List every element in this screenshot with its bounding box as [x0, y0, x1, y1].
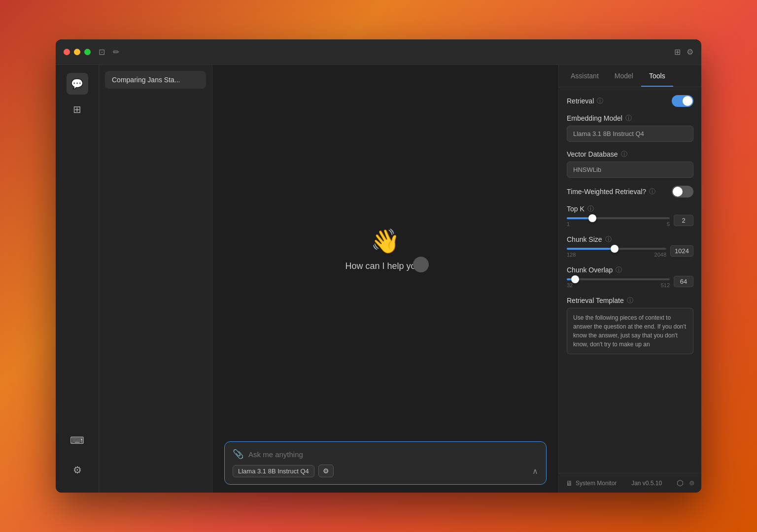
top-k-thumb[interactable]: [588, 214, 596, 222]
time-weighted-toggle[interactable]: [672, 186, 693, 198]
tab-model[interactable]: Model: [607, 65, 641, 87]
sidebar-toggle-icon[interactable]: ⊡: [99, 47, 105, 57]
settings-icon[interactable]: ⚙: [687, 47, 693, 57]
chat-item-title: Comparing Jans Sta...: [112, 76, 180, 84]
layout-icon[interactable]: ⊞: [674, 47, 681, 57]
sidebar-item-chat[interactable]: 💬: [67, 73, 88, 95]
chunk-size-thumb[interactable]: [611, 245, 619, 253]
tab-tools[interactable]: Tools: [641, 65, 673, 87]
panel-body: Retrieval ⓘ Embedding Model ⓘ Llama 3.1 …: [559, 87, 701, 473]
chunk-size-value[interactable]: 1024: [670, 245, 693, 257]
compose-icon[interactable]: ✏: [113, 47, 119, 57]
traffic-lights: [64, 49, 91, 55]
chunk-overlap-thumb[interactable]: [571, 275, 579, 283]
retrieval-row: Retrieval ⓘ: [567, 95, 693, 107]
chunk-overlap-value[interactable]: 64: [674, 276, 693, 287]
sidebar-item-terminal[interactable]: ⌨: [67, 430, 88, 451]
toggle-knob: [683, 96, 692, 106]
embedding-info-icon[interactable]: ⓘ: [625, 114, 632, 123]
top-k-labels: 1 5: [567, 221, 670, 227]
chunk-size-track: [567, 248, 666, 250]
toggle-knob-2: [673, 187, 683, 197]
chunk-size-section: Chunk Size ⓘ 128 2048: [567, 235, 693, 258]
embedding-model-label: Embedding Model ⓘ: [567, 114, 693, 123]
chunk-size-info-icon[interactable]: ⓘ: [605, 235, 612, 244]
monitor-label[interactable]: System Monitor: [576, 480, 617, 487]
right-panel-tabs: Assistant Model Tools: [559, 65, 701, 87]
chunk-size-fill: [567, 248, 615, 250]
chunk-overlap-labels: 32 512: [567, 282, 670, 288]
welcome-emoji: 👋: [371, 228, 400, 255]
app-window: ⊡ ✏ ⊞ ⚙ 💬 ⊞ ⌨ ⚙: [56, 39, 701, 493]
footer-left: 🖥 System Monitor: [566, 479, 617, 487]
input-bottom: Llama 3.1 8B Instruct Q4 ⚙ ∧: [233, 465, 538, 477]
right-panel: Assistant Model Tools Retrieval ⓘ: [558, 65, 701, 493]
chunk-overlap-track: [567, 278, 670, 280]
drag-indicator: [413, 257, 429, 272]
collapse-button[interactable]: ∧: [532, 466, 538, 476]
terminal-icon: ⌨: [70, 434, 84, 446]
vector-db-info-icon[interactable]: ⓘ: [621, 150, 627, 159]
sidebar-bottom: ⌨ ⚙: [67, 430, 88, 485]
retrieval-template-label: Retrieval Template ⓘ: [567, 296, 693, 305]
main-content: 💬 ⊞ ⌨ ⚙ Comparing Jans Sta... �: [56, 65, 701, 493]
chat-list: Comparing Jans Sta...: [99, 65, 212, 493]
panel-footer: 🖥 System Monitor Jan v0.5.10 ⬡ ⌾: [559, 473, 701, 493]
title-bar: ⊡ ✏ ⊞ ⚙: [56, 39, 701, 65]
retrieval-template-box[interactable]: Use the following pieces of context to a…: [567, 308, 693, 354]
chunk-overlap-section: Chunk Overlap ⓘ 32 512: [567, 266, 693, 288]
chunk-size-label: Chunk Size ⓘ: [567, 235, 693, 244]
top-k-section: Top K ⓘ 1 5: [567, 204, 693, 227]
chat-input-area: 📎 Llama 3.1 8B Instruct Q4 ⚙ ∧: [212, 433, 558, 493]
tab-assistant[interactable]: Assistant: [563, 65, 607, 87]
chat-icon: 💬: [71, 78, 83, 90]
sidebar: 💬 ⊞ ⌨ ⚙: [56, 65, 99, 493]
chat-input-row: 📎: [233, 449, 538, 460]
footer-right: ⬡ ⌾: [677, 478, 694, 488]
discord-icon[interactable]: ⬡: [677, 478, 684, 488]
chunk-overlap-slider-wrapper: 32 512: [567, 274, 670, 288]
maximize-button[interactable]: [84, 49, 91, 55]
vector-database-label: Vector Database ⓘ: [567, 150, 693, 159]
vector-database-section: Vector Database ⓘ HNSWLib: [567, 150, 693, 178]
retrieval-template-info-icon[interactable]: ⓘ: [627, 296, 633, 305]
chunk-overlap-info-icon[interactable]: ⓘ: [616, 266, 622, 274]
time-weighted-info-icon[interactable]: ⓘ: [649, 187, 655, 196]
retrieval-toggle[interactable]: [672, 95, 693, 107]
model-settings-button[interactable]: ⚙: [318, 465, 334, 477]
chunk-overlap-slider-row: 32 512 64: [567, 274, 693, 288]
retrieval-info-icon[interactable]: ⓘ: [597, 97, 603, 105]
embedding-model-section: Embedding Model ⓘ Llama 3.1 8B Instruct …: [567, 114, 693, 142]
chat-input[interactable]: [248, 450, 538, 459]
close-button[interactable]: [64, 49, 70, 55]
top-k-slider-row: 1 5 2: [567, 213, 693, 227]
github-icon[interactable]: ⌾: [689, 478, 694, 488]
embedding-model-field[interactable]: Llama 3.1 8B Instruct Q4: [567, 126, 693, 142]
top-k-track: [567, 217, 670, 219]
chat-input-box: 📎 Llama 3.1 8B Instruct Q4 ⚙ ∧: [224, 441, 547, 485]
chunk-overlap-label: Chunk Overlap ⓘ: [567, 266, 693, 274]
time-weighted-row: Time-Weighted Retrieval? ⓘ: [567, 186, 693, 198]
title-bar-right: ⊞ ⚙: [674, 47, 693, 57]
chat-area: 👋 How can I help you? 📎 Llama 3.1 8B Ins…: [212, 65, 558, 493]
model-tag: Llama 3.1 8B Instruct Q4 ⚙: [233, 465, 334, 477]
minimize-button[interactable]: [74, 49, 80, 55]
sidebar-item-grid[interactable]: ⊞: [67, 99, 88, 120]
time-weighted-label: Time-Weighted Retrieval? ⓘ: [567, 187, 655, 196]
top-k-value[interactable]: 2: [674, 215, 693, 226]
chat-messages: 👋 How can I help you?: [212, 65, 558, 433]
chunk-size-slider-row: 128 2048 1024: [567, 244, 693, 258]
attach-icon[interactable]: 📎: [233, 449, 243, 460]
chunk-size-labels: 128 2048: [567, 252, 666, 258]
model-badge[interactable]: Llama 3.1 8B Instruct Q4: [233, 465, 314, 477]
top-k-info-icon[interactable]: ⓘ: [587, 204, 594, 213]
list-item[interactable]: Comparing Jans Sta...: [105, 71, 206, 89]
version-label: Jan v0.5.10: [631, 480, 662, 487]
title-icons: ⊡ ✏: [99, 47, 119, 57]
vector-database-field[interactable]: HNSWLib: [567, 162, 693, 178]
top-k-slider-wrapper: 1 5: [567, 213, 670, 227]
retrieval-template-section: Retrieval Template ⓘ Use the following p…: [567, 296, 693, 354]
monitor-icon: 🖥: [566, 479, 573, 487]
chunk-size-slider-wrapper: 128 2048: [567, 244, 666, 258]
sidebar-item-settings[interactable]: ⚙: [67, 459, 88, 481]
